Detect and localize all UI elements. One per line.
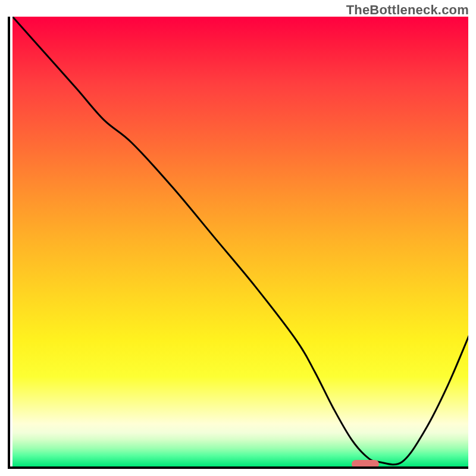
plot-container [8,17,468,469]
chart-stage: TheBottleneck.com [0,0,476,476]
optimum-marker [352,460,379,468]
bottleneck-curve [12,17,468,466]
plot-area [8,17,468,469]
watermark-text: TheBottleneck.com [346,2,469,18]
